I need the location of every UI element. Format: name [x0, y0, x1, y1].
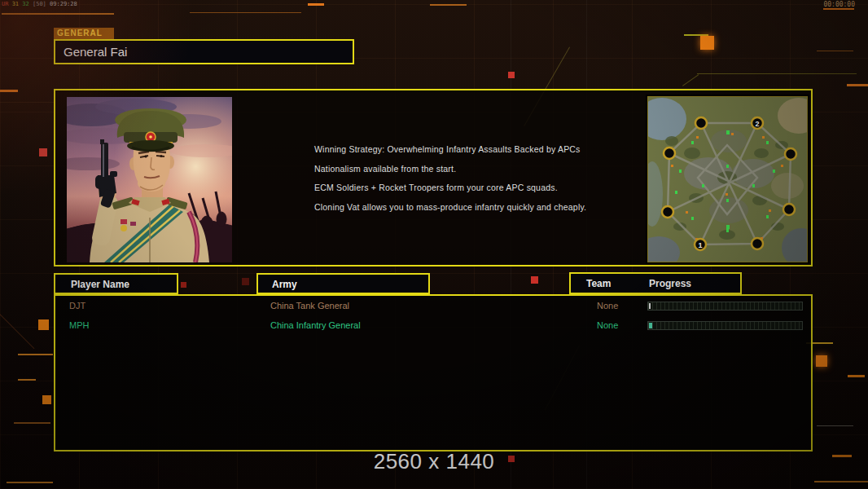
header-progress-label: Progress: [649, 278, 691, 289]
debug-v3: [50]: [33, 1, 46, 7]
progress-bar-fill: [649, 323, 652, 328]
strategy-line: Winning Strategy: Overwhelming Infantry …: [314, 144, 640, 154]
game-loading-screen: UR 31 32 [50] 09:29:28 00:00:00 GENERAL …: [0, 0, 868, 489]
deco-square: [242, 278, 249, 285]
general-portrait: [67, 97, 232, 262]
deco-line: [0, 90, 18, 92]
deco-square: [531, 276, 538, 284]
map-preview-image: 2 1: [647, 96, 808, 262]
debug-v1: 31: [12, 1, 19, 7]
player-list-panel: DJT China Tank General None MPH China In…: [54, 294, 813, 452]
deco-line: [2, 13, 114, 15]
general-tab-label: GENERAL: [54, 28, 114, 39]
debug-time: 09:29:28: [50, 1, 77, 7]
strategy-line: Cloning Vat allows you to mass-produce i…: [314, 202, 640, 212]
player-army: China Infantry General: [270, 320, 361, 330]
deco-line: [18, 354, 53, 355]
progress-bar: [647, 321, 803, 330]
header-army-label: Army: [272, 279, 297, 290]
debug-v2: 32: [22, 1, 28, 7]
deco-line: [817, 51, 853, 51]
player-row: MPH China Infantry General None: [55, 318, 811, 334]
player-name: DJT: [69, 301, 85, 311]
game-clock: 00:00:00: [823, 1, 855, 8]
deco-square: [816, 355, 827, 367]
deco-line: [190, 12, 301, 13]
header-team-progress: Team Progress: [569, 272, 742, 294]
player-row: DJT China Tank General None: [55, 298, 811, 315]
progress-bar: [647, 302, 803, 311]
resolution-label: 2560 x 1440: [0, 449, 868, 474]
deco-line: [14, 422, 50, 424]
debug-counter: UR 31 32 [50] 09:29:28: [2, 1, 77, 7]
general-portrait-image: [67, 97, 232, 262]
strategy-line: Nationalism available from the start.: [314, 164, 640, 174]
deco-square: [181, 282, 186, 288]
progress-bar-fill: [649, 303, 651, 309]
deco-line: [0, 102, 54, 103]
deco-line: [7, 482, 53, 483]
player-team: None: [597, 320, 618, 330]
deco-line: [697, 73, 857, 74]
deco-square: [38, 319, 49, 330]
header-player-name-label: Player Name: [71, 279, 129, 290]
deco-square: [42, 395, 51, 404]
general-name: General Fai: [64, 45, 127, 59]
deco-line: [814, 481, 868, 482]
deco-line: [817, 425, 853, 426]
header-army: Army: [256, 273, 430, 294]
player-team: None: [597, 301, 618, 311]
deco-square: [700, 36, 714, 50]
deco-line: [682, 74, 699, 86]
map-preview: 2 1: [646, 95, 809, 264]
deco-line: [0, 314, 34, 349]
deco-line: [308, 3, 324, 6]
start-position-2-label: 2: [755, 120, 759, 128]
deco-square: [508, 72, 515, 78]
header-team-label: Team: [586, 278, 611, 289]
header-player-name: Player Name: [54, 273, 178, 294]
general-name-box: General Fai: [54, 39, 354, 64]
deco-line: [848, 375, 865, 377]
general-info-panel: Winning Strategy: Overwhelming Infantry …: [54, 89, 813, 267]
player-army: China Tank General: [270, 301, 349, 311]
deco-line: [847, 84, 868, 86]
deco-line: [430, 4, 467, 6]
strategy-line: ECM Soldiers + Rocket Troopers form your…: [314, 183, 640, 192]
debug-ur: UR: [2, 1, 8, 7]
strategy-text: Winning Strategy: Overwhelming Infantry …: [314, 144, 640, 221]
player-name: MPH: [69, 320, 89, 330]
deco-line: [823, 8, 854, 10]
start-position-1-label: 1: [698, 241, 702, 249]
deco-square: [39, 148, 47, 156]
deco-line: [18, 379, 36, 381]
